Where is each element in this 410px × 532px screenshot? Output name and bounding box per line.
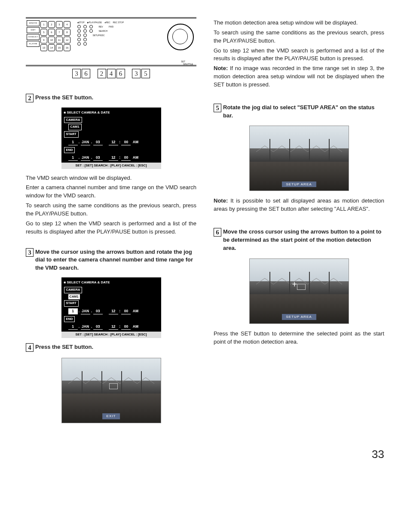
panel-goselect-btn: GO/SELECT [27, 34, 40, 40]
step-number: 2 [26, 94, 34, 102]
start-month: JAN [81, 308, 90, 314]
step5-note: Note: It is possible to set all displaye… [214, 197, 384, 213]
callout: 2 [98, 69, 106, 78]
step-title: Rotate the jog dial to select "SETUP ARE… [223, 104, 384, 120]
cam-btn: 13 [40, 44, 47, 51]
start-label: START [64, 300, 79, 307]
start-ampm: AM [133, 309, 138, 313]
intro-p1: The motion detection area setup window w… [214, 19, 384, 27]
start-year: 03 [93, 308, 103, 314]
panel-shift-btn: SHIFT [27, 27, 40, 33]
panel-callouts: 36 246 35 [26, 69, 196, 78]
step-4-heading: 4 Press the SET button. [26, 343, 196, 352]
select-camera-date-screen-2: SELECT CAMERA & DATE CAMERA CAM1 START 1… [61, 277, 161, 338]
camera-label: CAMERA [64, 117, 83, 123]
step2-p3: To search using the same conditions as t… [26, 202, 196, 218]
start-hour: 12 [109, 308, 118, 314]
start-month: JAN [81, 139, 90, 145]
step-number: 3 [26, 248, 34, 257]
end-label: END [64, 147, 75, 154]
end-day: 1 [68, 155, 78, 160]
cam-btn: 9 [40, 37, 47, 43]
screen-title: SELECT CAMERA & DATE [64, 110, 159, 115]
start-year: 03 [93, 139, 103, 145]
station-photo-setup-1: SETUP AREA [249, 126, 349, 191]
end-label: END [64, 316, 75, 323]
device-panel-figure: MONITOR SHIFT GO/SELECT EL-ZOOM 1 2 3 4 … [26, 17, 196, 66]
step2-p2: Enter a camera channel number and time r… [26, 184, 196, 200]
step-title: Move the cursor using the arrows button … [35, 248, 196, 273]
end-ampm: AM [133, 155, 138, 160]
start-min: 00 [121, 308, 131, 314]
shuttle-label: SHUTTLE [183, 63, 193, 66]
cam-btn: 11 [56, 37, 63, 43]
note-text: It is possible to set all displayed area… [214, 197, 384, 212]
end-hour: 12 [109, 155, 118, 160]
start-day: 1 [68, 139, 78, 145]
screen-title: SELECT CAMERA & DATE [64, 280, 159, 285]
start-day: 1 [68, 308, 78, 314]
end-min: 00 [121, 324, 131, 329]
callout: 3 [132, 69, 141, 78]
step-title: Press the SET button. [35, 94, 196, 102]
note-text: If no image was recorded in the time ran… [214, 65, 384, 88]
end-month: JAN [81, 324, 90, 329]
photo-status-tag: SETUP AREA [281, 181, 316, 188]
left-column: MONITOR SHIFT GO/SELECT EL-ZOOM 1 2 3 4 … [26, 17, 196, 429]
screen-action-bar: SET : [SET] SEARCH : [PLAY] CANCEL : [ES… [61, 163, 161, 169]
panel-mid-controls: ■STOP▶PLAY/PAUSE●RECREC STOP REV FWD SEA… [77, 21, 165, 46]
intro-note: Note: If no image was recorded in the ti… [214, 65, 384, 89]
camera-button-grid: 1 2 3 4 5 6 7 8 9 10 11 12 13 14 15 16 [40, 21, 70, 51]
intro-p3: Go to step 12 when the VMD search is per… [214, 47, 384, 63]
cam-btn: 1 [40, 21, 47, 28]
step-number: 5 [214, 104, 221, 112]
cam-btn: 6 [48, 29, 55, 36]
step-title: Press the SET button. [35, 343, 196, 351]
step-6-heading: 6 Move the cross cursor using the arrows… [214, 228, 384, 252]
panel-monitor-btn: MONITOR [27, 20, 40, 26]
step2-p1: The VMD search window will be displayed. [26, 174, 196, 182]
start-min: 00 [121, 139, 131, 145]
page-number: 33 [26, 446, 384, 463]
end-hour: 12 [109, 324, 118, 329]
right-column: The motion detection area setup window w… [214, 17, 384, 429]
end-day: 1 [68, 324, 78, 329]
start-ampm: AM [133, 140, 138, 144]
step6-p1: Press the SET button to determine the se… [214, 330, 384, 346]
cam-btn: 3 [56, 21, 63, 28]
step-3-heading: 3 Move the cursor using the arrows butto… [26, 248, 196, 273]
station-photo-setup-2: + SETUP AREA [249, 258, 349, 324]
photo-status-tag: SETUP AREA [281, 314, 316, 320]
step2-p4: Go to step 12 when the VMD search is per… [26, 220, 196, 236]
camera-value-highlighted: CAM1 [68, 294, 80, 300]
note-label: Note: [214, 65, 228, 71]
step-2-heading: 2 Press the SET button. [26, 94, 196, 102]
cam-btn: 7 [56, 29, 63, 36]
step-number: 6 [214, 228, 221, 237]
callout: 6 [82, 69, 90, 78]
end-min: 00 [121, 155, 131, 160]
callout: 6 [116, 69, 125, 78]
station-photo-exit: EXIT [61, 358, 161, 423]
end-year: 03 [93, 324, 103, 329]
cam-btn: 8 [64, 29, 70, 36]
camera-label: CAMERA [64, 287, 83, 293]
end-ampm: AM [133, 324, 138, 329]
callout: 3 [72, 69, 81, 78]
cam-btn: 2 [48, 21, 55, 28]
start-label: START [64, 131, 79, 138]
camera-value: CAM1 [68, 124, 82, 130]
step-5-heading: 5 Rotate the jog dial to select "SETUP A… [214, 104, 384, 120]
callout: 4 [107, 69, 116, 78]
cam-btn: 15 [56, 44, 63, 51]
step-title: Move the cross cursor using the arrows b… [223, 228, 384, 252]
cam-btn: 16 [64, 44, 70, 51]
callout: 5 [141, 69, 150, 78]
end-year: 03 [93, 155, 103, 160]
step-number: 4 [26, 343, 34, 352]
select-camera-date-screen: SELECT CAMERA & DATE CAMERA CAM1 START 1… [61, 108, 161, 169]
end-month: JAN [81, 155, 90, 160]
photo-status-tag: EXIT [102, 413, 120, 419]
screen-action-bar: SET : [SET] SEARCH : [PLAY] CANCEL : [ES… [61, 332, 161, 338]
panel-elzoom-btn: EL-ZOOM [27, 41, 40, 47]
